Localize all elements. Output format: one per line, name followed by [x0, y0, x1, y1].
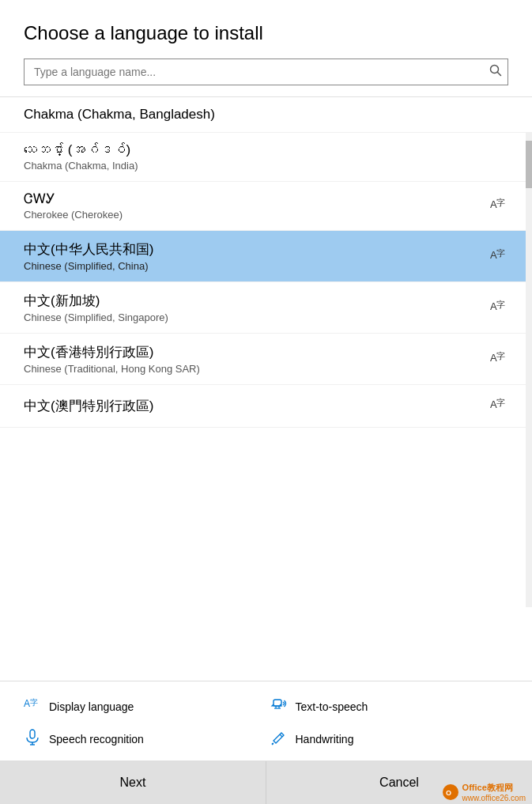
display-language-label: Display language: [49, 700, 134, 713]
next-button[interactable]: Next: [0, 761, 266, 804]
svg-text:字: 字: [496, 248, 505, 258]
list-item[interactable]: 中文(澳門特別行政區) A 字: [0, 385, 532, 428]
svg-text:字: 字: [496, 300, 505, 309]
handwriting-icon: [270, 728, 288, 749]
watermark-line2: www.office26.com: [462, 794, 526, 802]
list-item[interactable]: ᏣᎳᎩ Cherokee (Cherokee) A 字: [0, 182, 532, 231]
feature-display-language: A 字 Display language: [24, 696, 262, 717]
text-to-speech-icon: [270, 696, 288, 717]
lang-english: Chinese (Traditional, Hong Kong SAR): [24, 363, 200, 375]
search-input[interactable]: [24, 59, 508, 85]
choose-language-dialog: Choose a language to install Chakma (Cha…: [0, 0, 532, 804]
font-icon: A 字: [489, 245, 508, 268]
lang-english: Chinese (Simplified, China): [24, 260, 153, 272]
lang-english: Chakma (Chakma, India): [24, 160, 138, 172]
svg-text:A: A: [24, 698, 30, 709]
lang-native: Chakma (Chakma, Bangladesh): [24, 107, 215, 123]
watermark-logo-icon: O: [442, 783, 459, 801]
lang-native: 中文(澳門特別行政區): [24, 397, 153, 415]
feature-text-to-speech: Text-to-speech: [270, 696, 509, 717]
svg-line-25: [272, 744, 273, 745]
watermark: O Office教程网 www.office26.com: [442, 782, 526, 802]
speech-recognition-icon: [24, 728, 41, 749]
svg-text:字: 字: [496, 198, 505, 207]
list-item[interactable]: 中文(香港特別行政區) Chinese (Traditional, Hong K…: [0, 334, 532, 385]
search-icon: [489, 64, 502, 77]
feature-speech-recognition: Speech recognition: [24, 728, 262, 749]
search-container: [0, 59, 532, 96]
lang-native: 中文(香港特別行政區): [24, 343, 200, 361]
font-icon: A 字: [489, 394, 508, 417]
lang-native: သင်္ဘော (အဂ်ဒဝ်): [24, 142, 138, 158]
dialog-title: Choose a language to install: [0, 0, 532, 59]
scrollbar-thumb[interactable]: [526, 141, 532, 188]
svg-line-1: [498, 73, 501, 76]
font-icon: A 字: [489, 194, 508, 217]
lang-english: Chinese (Simplified, Singapore): [24, 311, 168, 323]
speech-recognition-label: Speech recognition: [49, 733, 144, 745]
list-item-chinese-simplified-china[interactable]: 中文(中华人民共和国) Chinese (Simplified, China) …: [0, 231, 532, 282]
font-icon: A 字: [489, 296, 508, 319]
list-item[interactable]: သင်္ဘော (အဂ်ဒဝ်) Chakma (Chakma, India): [0, 133, 532, 182]
lang-native: 中文(中华人民共和国): [24, 240, 153, 259]
search-wrapper: [24, 59, 508, 85]
svg-text:字: 字: [30, 698, 38, 707]
svg-text:字: 字: [496, 398, 505, 407]
text-to-speech-label: Text-to-speech: [296, 700, 368, 713]
svg-line-21: [280, 734, 282, 737]
search-button[interactable]: [489, 64, 502, 80]
lang-native: ᏣᎳᎩ: [24, 191, 123, 207]
list-item[interactable]: 中文(新加坡) Chinese (Simplified, Singapore) …: [0, 282, 532, 334]
svg-text:字: 字: [496, 351, 505, 360]
lang-english: Cherokee (Cherokee): [24, 209, 123, 221]
lang-native: 中文(新加坡): [24, 292, 168, 310]
list-item[interactable]: Chakma (Chakma, Bangladesh): [0, 97, 532, 133]
svg-text:O: O: [446, 789, 451, 797]
feature-handwriting: Handwriting: [270, 728, 509, 749]
language-list: Chakma (Chakma, Bangladesh) သင်္ဘော (အဂ်…: [0, 96, 532, 681]
display-language-icon: A 字: [24, 696, 41, 717]
features-panel: A 字 Display language Text-to-speech: [0, 681, 532, 761]
font-icon: A 字: [489, 348, 508, 371]
svg-rect-18: [30, 730, 35, 738]
handwriting-label: Handwriting: [296, 733, 354, 745]
watermark-line1: Office教程网: [462, 782, 526, 794]
scrollbar-track[interactable]: [526, 133, 532, 607]
